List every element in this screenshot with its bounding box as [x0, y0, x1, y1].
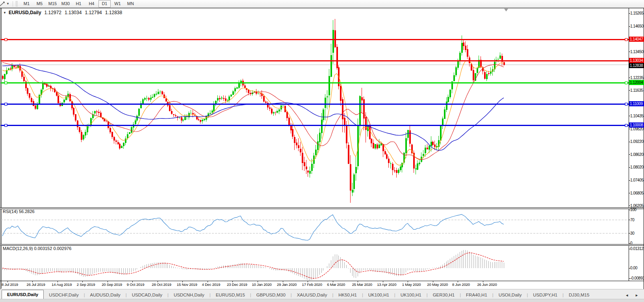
date-tick-label: 10 Jan 2020 — [252, 282, 272, 287]
rsi-indicator-label: RSI(14) 56.2826 — [3, 209, 35, 214]
ohlc-high: 1.13034 — [65, 10, 82, 15]
bear-candle-bodies — [2, 30, 505, 191]
price-tick-label: 1.14650 — [630, 24, 644, 29]
date-tick-label: 6 Mar 2020 — [327, 282, 345, 287]
date-tick-label: 8 Jun 2020 — [452, 282, 470, 287]
price-tick-label: 1.11635 — [630, 88, 644, 93]
macd-histogram — [3, 250, 504, 280]
tab-scroll-right-icon[interactable]: ► — [635, 293, 638, 297]
date-tick-label: 20 May 2020 — [427, 282, 448, 287]
date-tick-label: 20 Sep 2019 — [102, 282, 122, 287]
chart-tab-usdchf-daily[interactable]: USDCHF,Daily — [44, 291, 84, 299]
date-tick-label: 28 Oct 2019 — [152, 282, 171, 287]
date-tick-label: 15 Nov 2019 — [177, 282, 197, 287]
price-tick-label: 1.08620 — [630, 152, 644, 157]
bull-candle-wicks — [5, 20, 500, 196]
line-handle[interactable] — [625, 39, 627, 41]
rsi-tick-label: 70 — [630, 218, 644, 222]
line-handle[interactable] — [625, 124, 627, 127]
ohlc-low: 1.12794 — [85, 10, 102, 15]
chart-tab-hk50-h1[interactable]: HK50,H1 — [333, 291, 362, 299]
price-tick-label: 1.13450 — [630, 50, 644, 54]
price-label-1.13034: 1.13034 — [629, 58, 644, 63]
price-tick-label: 1.09220 — [630, 139, 644, 144]
title-collapse-icon[interactable]: ▼ — [3, 11, 6, 15]
date-tick-label: 9 Oct 2019 — [127, 282, 144, 287]
rsi-line — [2, 215, 504, 241]
date-tick-label: 26 Jun 2020 — [477, 282, 497, 287]
chart-tab-fra40-h1[interactable]: FRA40,H1 — [461, 291, 492, 299]
chart-tab-uk100-h1[interactable]: UK100,H1 — [363, 291, 394, 299]
price-label-1.10008: 1.10008 — [629, 122, 644, 128]
price-tick-label: 1.10435 — [630, 114, 644, 119]
rsi-tick-label: 30 — [630, 231, 644, 236]
price-label-1.12004: 1.12004 — [629, 80, 644, 85]
macd-indicator-label: MACD(12,26,9) 0.003152 0.002976 — [3, 246, 71, 251]
rsi-tick-label: 100 — [630, 208, 644, 212]
line-handle[interactable] — [5, 82, 7, 84]
ma-line-sma20 — [2, 62, 504, 159]
date-tick-label: 13 Apr 2020 — [377, 282, 396, 287]
price-tick-label: 1.15265 — [630, 11, 644, 16]
tab-scroll-left-icon[interactable]: ◄ — [625, 293, 629, 297]
chart-tab-bar: EURUSD,DailyUSDCHF,Daily|AUDUSD,Daily|US… — [0, 289, 644, 299]
ohlc-close: 1.12838 — [105, 10, 122, 15]
chart-tab-eurusd-daily[interactable]: EURUSD,Daily — [2, 290, 44, 299]
chart-canvas[interactable] — [0, 0, 644, 302]
price-tick-label: 1.08020 — [630, 165, 644, 170]
bull-candle-bodies — [4, 30, 501, 193]
line-handle[interactable] — [625, 82, 627, 84]
chart-shift-marker-icon[interactable] — [504, 9, 508, 11]
mt4-application: { "toolbar": { "timeframes": ["M1","M5",… — [0, 0, 644, 302]
line-handle[interactable] — [5, 103, 7, 106]
date-tick-label: 23 Dec 2019 — [227, 282, 247, 287]
ma-line-sma50 — [2, 65, 504, 150]
chart-tab-usoil-daily[interactable]: USOil,Daily — [494, 291, 527, 299]
date-tick-label: 2 Sep 2019 — [77, 282, 95, 287]
chart-tab-uk100-h1[interactable]: UK100,H1 — [395, 291, 427, 299]
chart-tab-usdjpy-h1[interactable]: USDJPY,H1 — [528, 291, 562, 299]
line-handle[interactable] — [5, 39, 7, 41]
chart-tab-usdcnh-daily[interactable]: USDCNH,Daily — [169, 291, 210, 299]
date-tick-label: 25 Mar 2020 — [352, 282, 372, 287]
line-handle[interactable] — [625, 103, 627, 106]
chart-tab-xauusd-daily[interactable]: XAUUSD,Daily — [292, 291, 332, 299]
date-tick-label: 29 Jan 2020 — [277, 282, 297, 287]
date-tick-label: 14 Aug 2019 — [52, 282, 72, 287]
date-tick-label: 17 Feb 2020 — [302, 282, 322, 287]
date-tick-label: 4 Dec 2019 — [202, 282, 220, 287]
date-tick-label: 1 May 2020 — [402, 282, 421, 287]
price-label-1.14047: 1.14047 — [629, 37, 644, 42]
symbol-period-label: EURUSD,Daily — [9, 10, 41, 15]
chart-tab-ger30-h1[interactable]: GER30,H1 — [428, 291, 460, 299]
macd-tick-label: 0.00 — [630, 266, 644, 271]
ohlc-open: 1.12972 — [45, 10, 61, 15]
macd-signal-line — [2, 253, 504, 278]
chart-tab-dj30-m15[interactable]: DJ30,M15 — [564, 291, 594, 299]
bear-candle-wicks — [3, 19, 504, 203]
chart-title: ▼ EURUSD,Daily 1.12972 1.13034 1.12794 1… — [3, 10, 122, 15]
tab-scroll-arrows: ◄ ► — [625, 291, 638, 299]
rsi-tick-label: 0 — [630, 241, 644, 246]
price-tick-label: 1.06805 — [630, 191, 644, 196]
chart-tab-usdcad-daily[interactable]: USDCAD,Daily — [127, 291, 167, 299]
macd-tick-label: -0.00893 — [630, 276, 644, 281]
price-tick-label: 1.07405 — [630, 178, 644, 183]
date-tick-label: 26 Jul 2019 — [27, 282, 45, 287]
chart-tab-gbpusd-m30[interactable]: GBPUSD,M30 — [251, 291, 291, 299]
chart-tab-audusd-daily[interactable]: AUDUSD,Daily — [85, 291, 126, 299]
macd-tick-label: 0.013123 — [630, 246, 644, 251]
price-tick-label: 1.12235 — [630, 76, 644, 80]
line-handle[interactable] — [5, 124, 7, 127]
current-price-label: 1.12838 — [629, 63, 644, 68]
window-footer-strip — [0, 299, 644, 302]
date-tick-label: 8 Jul 2019 — [2, 282, 18, 287]
chart-tab-eurusd-m15[interactable]: EURUSD,M15 — [211, 291, 250, 299]
price-label-1.11009: 1.11009 — [629, 101, 644, 106]
